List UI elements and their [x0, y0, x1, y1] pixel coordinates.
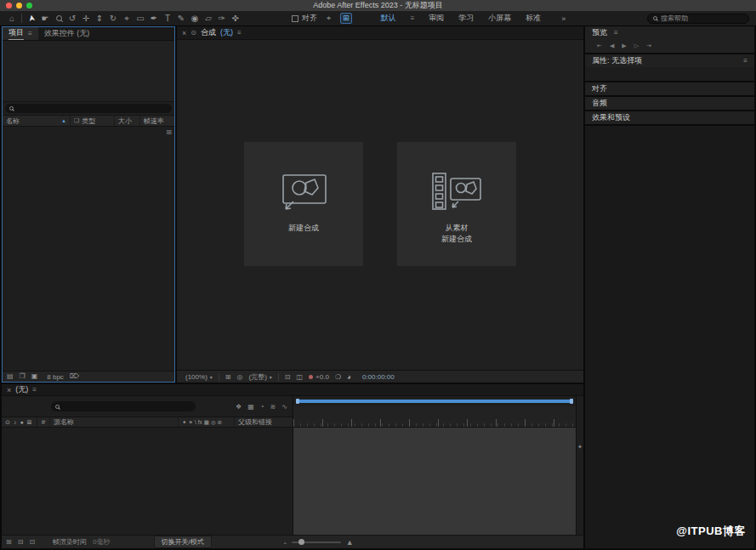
brush-tool-icon[interactable]: ✎	[174, 11, 188, 26]
first-frame-button[interactable]: ⇤	[597, 43, 602, 49]
workspace-tab-default[interactable]: 默认	[381, 13, 396, 24]
fullscreen-window-button[interactable]	[26, 3, 32, 9]
column-header-name[interactable]: 名称 ▲	[3, 116, 71, 126]
play-button[interactable]: ▶	[622, 43, 626, 49]
layer-list-area[interactable]	[2, 428, 293, 535]
zoom-out-icon[interactable]: ▵	[284, 539, 287, 545]
zoom-tool-icon[interactable]	[52, 11, 65, 26]
pen-tool-icon[interactable]: ✒	[147, 11, 161, 26]
workspace-overflow-icon[interactable]: »	[561, 14, 566, 23]
resolution-select[interactable]: (完整)	[249, 372, 267, 382]
panel-menu-icon[interactable]: ≡	[237, 29, 242, 37]
tab-project[interactable]: 项目 ≡	[3, 27, 38, 40]
roto-brush-tool-icon[interactable]: ✑	[215, 11, 229, 26]
shy-icon[interactable]: ◔	[260, 403, 264, 411]
graph-editor-icon[interactable]: ∿	[281, 403, 287, 411]
time-ruler[interactable]	[293, 406, 576, 428]
panel-menu-icon[interactable]: ≡	[614, 29, 618, 37]
trash-icon[interactable]: ⌦	[70, 371, 79, 382]
project-search[interactable]	[5, 104, 172, 113]
selection-tool-icon[interactable]: ➤	[25, 11, 38, 26]
region-of-interest-icon[interactable]: ⊡	[285, 373, 291, 381]
audio-header[interactable]: 音频	[585, 97, 754, 110]
timecode-display[interactable]: 0:00:00:00	[362, 373, 395, 381]
align-header[interactable]: 对齐	[585, 82, 754, 95]
column-header-source-name[interactable]: 源名称	[50, 417, 179, 427]
new-composition-icon[interactable]: ▣	[31, 371, 38, 382]
lock-icon[interactable]: ⊠	[27, 419, 32, 426]
show-channel-icon[interactable]: ◕	[347, 373, 351, 381]
solo-icon[interactable]: ●	[20, 419, 23, 425]
interpret-footage-icon[interactable]: ▤	[7, 371, 14, 382]
toggle-switches-modes-button[interactable]: 切换开关/模式	[154, 536, 212, 548]
help-search-input[interactable]	[661, 14, 743, 22]
timeline-search[interactable]	[51, 401, 196, 411]
bpc-label[interactable]: 8 bpc	[47, 373, 64, 381]
project-flowchart-icon[interactable]: ⊞	[166, 128, 172, 136]
panel-menu-icon[interactable]: ≡	[32, 386, 37, 394]
workspace-menu-icon[interactable]: ≡	[411, 14, 415, 22]
comp-marker-bin-icon[interactable]: ✦	[577, 444, 583, 451]
3d-switch-icon[interactable]: ▦	[204, 419, 209, 426]
new-folder-icon[interactable]: ❐	[20, 371, 26, 382]
workspace-tab-learn[interactable]: 学习	[458, 13, 474, 24]
puppet-pin-tool-icon[interactable]: ✜	[229, 11, 242, 26]
effects-presets-header[interactable]: 效果和预设	[585, 111, 754, 124]
mask-visibility-icon[interactable]: ◎	[237, 373, 243, 381]
timeline-track-area[interactable]	[293, 428, 576, 535]
frame-blend-switch-icon[interactable]: \	[195, 419, 196, 425]
workspace-tab-review[interactable]: 审阅	[429, 13, 444, 24]
project-item-list[interactable]: ⊞	[3, 127, 174, 371]
properties-header[interactable]: 属性: 无选择项 ≡	[585, 54, 754, 67]
next-frame-button[interactable]: ▷	[634, 43, 639, 49]
rotation-tool-icon[interactable]: ↻	[106, 11, 120, 26]
workspace-tab-small-screen[interactable]: 小屏幕	[488, 13, 511, 24]
new-composition-tile[interactable]: 新建合成	[244, 142, 363, 266]
new-composition-from-footage-tile[interactable]: 从素材 新建合成	[397, 142, 516, 266]
zoom-in-icon[interactable]: ▲	[346, 538, 354, 547]
viewer-lock-icon[interactable]: ⊙	[190, 29, 196, 37]
preview-header[interactable]: 预览 ≡	[585, 26, 754, 39]
column-header-size[interactable]: 大小	[115, 116, 140, 126]
grid-guides-icon[interactable]: ⊞	[225, 373, 231, 381]
help-search[interactable]	[647, 14, 749, 24]
snapping-icon[interactable]: ⊞	[340, 13, 352, 24]
work-area-start-handle[interactable]	[296, 399, 299, 404]
close-tab-icon[interactable]: ×	[7, 386, 11, 394]
quality-switch-icon[interactable]: ✦	[182, 419, 186, 426]
align-checkbox[interactable]	[292, 15, 298, 22]
motion-blur-switch-icon[interactable]: ◎	[211, 419, 216, 426]
column-header-parent-link[interactable]: 父级和链接	[235, 417, 293, 427]
expand-switches-pane-icon[interactable]: ⊞	[6, 538, 12, 546]
audio-icon[interactable]: ♪	[14, 419, 17, 425]
eraser-tool-icon[interactable]: ▱	[202, 11, 215, 26]
hand-tool-icon[interactable]: ☛	[38, 11, 52, 26]
type-tool-icon[interactable]: T	[161, 11, 174, 26]
zoom-slider[interactable]	[292, 541, 341, 543]
composition-tab-label[interactable]: 合成	[201, 27, 216, 38]
home-icon[interactable]: ⌂	[5, 11, 19, 26]
work-area-bar[interactable]	[296, 400, 573, 403]
effects-switch-icon[interactable]: ✶	[188, 419, 192, 426]
column-header-framerate[interactable]: 帧速率	[140, 116, 174, 126]
column-header-type[interactable]: ❏ 类型	[71, 116, 115, 126]
zoom-select[interactable]: (100%)	[185, 373, 207, 381]
work-area-end-handle[interactable]	[570, 399, 573, 404]
panel-menu-icon[interactable]: ≡	[28, 30, 32, 37]
rectangle-tool-icon[interactable]: ▭	[134, 11, 147, 26]
last-frame-button[interactable]: ⇥	[646, 43, 651, 49]
previous-frame-button[interactable]: ◀	[610, 43, 614, 49]
expand-transfer-pane-icon[interactable]: ⊟	[18, 538, 24, 546]
close-tab-icon[interactable]: ×	[182, 29, 186, 37]
fx-switch-icon[interactable]: fx	[198, 419, 202, 425]
timeline-search-input[interactable]	[63, 403, 191, 411]
motion-blur-icon[interactable]: ≋	[270, 403, 276, 411]
tab-effect-controls[interactable]: 效果控件 (无)	[38, 27, 96, 40]
orbit-camera-tool-icon[interactable]: ↺	[65, 11, 79, 26]
expand-inout-pane-icon[interactable]: ⊡	[29, 538, 35, 546]
minimize-window-button[interactable]	[16, 3, 22, 9]
timeline-tab-label[interactable]: (无)	[15, 384, 28, 395]
pan-behind-tool-icon[interactable]: ⌖	[120, 11, 134, 26]
panel-menu-icon[interactable]: ≡	[743, 57, 747, 65]
zoom-slider-knob[interactable]	[298, 539, 304, 545]
